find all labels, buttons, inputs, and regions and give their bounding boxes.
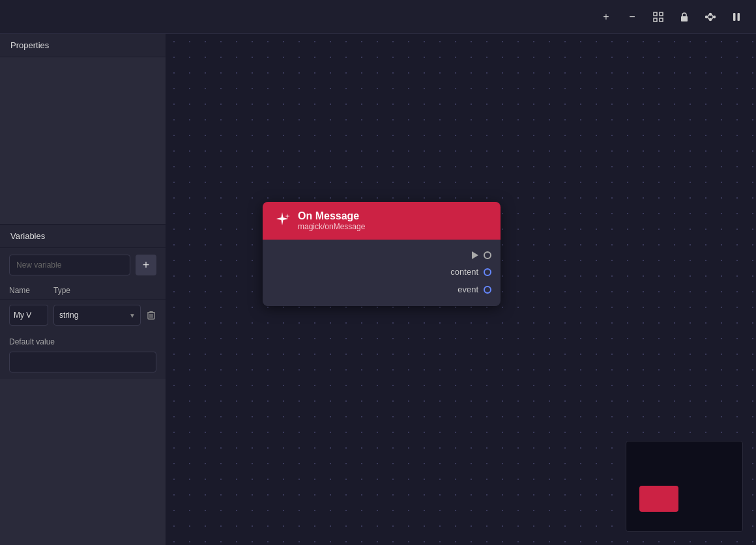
node-subtitle: magick/onMessage xyxy=(298,222,365,231)
svg-point-5 xyxy=(706,16,708,18)
new-variable-row: + xyxy=(0,248,166,282)
lock-button[interactable] xyxy=(675,8,693,26)
event-port-dot[interactable] xyxy=(484,286,491,294)
default-value-input[interactable] xyxy=(9,352,156,372)
variable-row: string number boolean object array ▼ xyxy=(0,300,166,331)
port-row-event: event xyxy=(263,281,501,298)
svg-rect-0 xyxy=(654,12,657,16)
minimap xyxy=(626,441,743,532)
variable-type-wrapper: string number boolean object array ▼ xyxy=(53,305,141,326)
event-port-label: event xyxy=(458,285,478,294)
bottom-preview xyxy=(0,379,166,546)
variable-table-header: Name Type xyxy=(0,282,166,300)
variables-tab[interactable]: Variables xyxy=(0,225,166,248)
default-value-label: Default value xyxy=(9,337,156,346)
svg-rect-3 xyxy=(660,18,663,21)
flow-port-dot[interactable] xyxy=(484,251,491,259)
delete-variable-button[interactable] xyxy=(146,309,156,321)
node-title-group: On Message magick/onMessage xyxy=(298,210,365,231)
new-variable-input[interactable] xyxy=(9,255,130,275)
svg-line-12 xyxy=(712,17,714,20)
properties-preview xyxy=(0,57,166,224)
svg-rect-2 xyxy=(654,18,657,21)
minimap-node xyxy=(639,486,678,512)
variables-section: Variables + Name Type string number xyxy=(0,224,166,379)
port-row-content: content xyxy=(263,263,501,281)
pause-button[interactable] xyxy=(727,8,746,26)
top-toolbar: + − xyxy=(0,0,756,34)
node-body: content event xyxy=(263,240,501,306)
type-column-header: Type xyxy=(53,286,156,295)
layout-button[interactable] xyxy=(701,8,720,26)
zoom-in-button[interactable]: + xyxy=(597,8,615,26)
canvas-area[interactable]: On Message magick/onMessage content even… xyxy=(166,34,756,545)
main-layout: Properties Variables + Name Type xyxy=(0,34,756,545)
svg-line-10 xyxy=(708,17,710,20)
name-column-header: Name xyxy=(9,286,48,295)
variable-type-select[interactable]: string number boolean object array xyxy=(53,305,141,326)
default-value-section: Default value xyxy=(0,331,166,379)
svg-point-6 xyxy=(710,13,712,15)
sparkle-icon xyxy=(273,210,291,232)
svg-rect-1 xyxy=(660,12,663,16)
svg-point-8 xyxy=(714,16,716,18)
add-variable-button[interactable]: + xyxy=(136,255,156,275)
node-title: On Message xyxy=(298,210,365,222)
svg-line-9 xyxy=(708,14,710,17)
flow-port-triangle[interactable] xyxy=(472,251,478,259)
left-panel: Properties Variables + Name Type xyxy=(0,34,166,545)
node-header: On Message magick/onMessage xyxy=(263,202,501,240)
content-port-dot[interactable] xyxy=(484,268,491,276)
zoom-out-button[interactable]: − xyxy=(623,8,641,26)
content-port-label: content xyxy=(450,267,478,277)
properties-tab[interactable]: Properties xyxy=(0,34,166,57)
svg-rect-14 xyxy=(738,13,740,21)
fit-view-button[interactable] xyxy=(649,8,667,26)
node-card[interactable]: On Message magick/onMessage content even… xyxy=(263,202,501,306)
svg-line-11 xyxy=(712,14,714,17)
svg-rect-4 xyxy=(681,16,688,21)
svg-rect-13 xyxy=(733,13,736,21)
svg-point-7 xyxy=(710,18,712,20)
variable-name-field[interactable] xyxy=(9,305,48,326)
port-row-flow xyxy=(263,247,501,263)
